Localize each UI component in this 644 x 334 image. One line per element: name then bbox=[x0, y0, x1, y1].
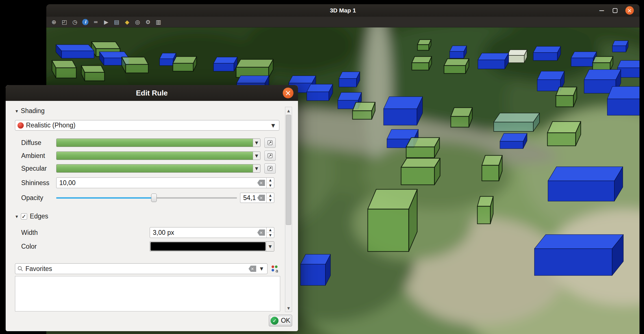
spin-down-icon[interactable]: ▼ bbox=[267, 183, 274, 188]
edges-section-label: Edges bbox=[30, 212, 48, 220]
animation-icon[interactable]: ◷ bbox=[71, 18, 79, 26]
shininess-label: Shininess bbox=[21, 177, 49, 188]
edge-color-button[interactable]: ▼ bbox=[150, 241, 274, 251]
edge-color-label: Color bbox=[21, 241, 37, 251]
opacity-spinbox[interactable]: 54,1 × ▲▼ bbox=[240, 193, 274, 203]
shading-section-label: Shading bbox=[21, 107, 45, 115]
close-icon[interactable]: × bbox=[625, 6, 634, 15]
chevron-down-icon[interactable]: ▼ bbox=[253, 152, 260, 160]
specular-color-button[interactable]: ▼ bbox=[56, 164, 260, 173]
diffuse-color-button[interactable]: ▼ bbox=[56, 138, 260, 147]
phong-sphere-icon bbox=[18, 122, 24, 129]
svg-text:a: a bbox=[275, 268, 278, 274]
ambient-color-swatch bbox=[56, 152, 253, 160]
effects-icon[interactable]: ◎ bbox=[133, 18, 142, 26]
minimize-icon[interactable]: − bbox=[599, 9, 605, 12]
collapse-caret-icon: ▾ bbox=[16, 108, 18, 114]
ok-button[interactable]: ✓ OK bbox=[269, 315, 292, 326]
specular-data-defined-override-button[interactable] bbox=[264, 163, 276, 173]
diffuse-color-swatch bbox=[56, 139, 253, 147]
maximize-icon[interactable] bbox=[613, 8, 617, 13]
collapse-caret-icon: ▾ bbox=[16, 214, 18, 219]
window-title: 3D Map 1 bbox=[330, 7, 356, 14]
shading-section-header[interactable]: ▾ Shading bbox=[16, 107, 45, 115]
edge-width-label: Width bbox=[21, 227, 38, 238]
opacity-label: Opacity bbox=[21, 193, 43, 203]
edge-width-spinbox[interactable]: 3,00 px × ▲▼ bbox=[150, 227, 274, 238]
favorites-filter-value[interactable]: Favorites bbox=[24, 265, 247, 273]
ambient-label: Ambient bbox=[21, 151, 45, 160]
save-scene-icon[interactable]: ▤ bbox=[112, 18, 121, 26]
shininess-value[interactable]: 10,00 bbox=[56, 178, 256, 188]
zoom-full-icon[interactable]: ◰ bbox=[60, 18, 69, 26]
scroll-up-icon[interactable]: ▲ bbox=[285, 107, 292, 114]
opacity-slider-handle[interactable] bbox=[151, 194, 157, 202]
options-icon[interactable]: ▥ bbox=[154, 18, 163, 26]
edit-rule-dialog: Edit Rule × ▾ Shading Realistic (Phong) … bbox=[6, 85, 298, 331]
scrollbar-thumb[interactable] bbox=[286, 115, 291, 225]
specular-color-swatch bbox=[56, 164, 253, 172]
edge-color-swatch bbox=[151, 242, 266, 251]
camera-control-icon[interactable]: ⊕ bbox=[50, 18, 58, 26]
ok-check-icon: ✓ bbox=[271, 317, 279, 325]
specular-label: Specular bbox=[21, 164, 47, 173]
search-icon bbox=[17, 265, 24, 272]
spin-buttons[interactable]: ▲▼ bbox=[266, 193, 274, 203]
clear-field-icon[interactable]: × bbox=[257, 195, 265, 201]
scroll-down-icon[interactable]: ▼ bbox=[285, 305, 292, 312]
window-titlebar[interactable]: 3D Map 1 − × bbox=[46, 4, 639, 17]
edges-checkbox[interactable]: ✓ bbox=[21, 213, 27, 220]
chevron-down-icon[interactable]: ▼ bbox=[253, 139, 260, 147]
map-toolbar: ⊕◰◷i═▶▤◆◎⚙▥ bbox=[46, 17, 639, 27]
style-manager-icon: a bbox=[271, 264, 280, 274]
spin-up-icon[interactable]: ▲ bbox=[267, 227, 274, 233]
override-icon bbox=[267, 165, 273, 172]
diffuse-data-defined-override-button[interactable] bbox=[264, 138, 276, 148]
style-manager-button[interactable]: a bbox=[271, 264, 280, 274]
spin-down-icon[interactable]: ▼ bbox=[267, 233, 274, 238]
override-icon bbox=[267, 140, 273, 146]
dialog-close-icon[interactable]: × bbox=[283, 88, 293, 98]
shininess-spinbox[interactable]: 10,00 × ▲▼ bbox=[56, 177, 274, 188]
check-icon: ✓ bbox=[21, 213, 26, 220]
spin-down-icon[interactable]: ▼ bbox=[267, 198, 274, 203]
spin-up-icon[interactable]: ▲ bbox=[267, 178, 274, 183]
spin-buttons[interactable]: ▲▼ bbox=[266, 227, 274, 238]
opacity-slider-fill bbox=[56, 197, 154, 199]
shading-style-combobox[interactable]: Realistic (Phong) ▼ bbox=[15, 120, 279, 131]
clear-field-icon[interactable]: × bbox=[257, 180, 265, 186]
chevron-down-icon[interactable]: ▼ bbox=[253, 164, 260, 172]
opacity-slider[interactable] bbox=[56, 193, 237, 203]
opacity-value[interactable]: 54,1 bbox=[240, 193, 256, 203]
ok-button-label: OK bbox=[281, 317, 290, 324]
clear-field-icon[interactable]: × bbox=[257, 229, 265, 236]
ambient-color-button[interactable]: ▼ bbox=[56, 151, 260, 160]
dialog-body: ▾ Shading Realistic (Phong) ▼ Diffuse ▼ … bbox=[6, 101, 298, 331]
shading-style-value: Realistic (Phong) bbox=[24, 122, 269, 129]
override-icon bbox=[267, 153, 273, 159]
spin-up-icon[interactable]: ▲ bbox=[267, 193, 274, 198]
ambient-data-defined-override-button[interactable] bbox=[264, 151, 276, 161]
play-animation-icon[interactable]: ▶ bbox=[102, 18, 110, 26]
symbol-list[interactable] bbox=[15, 276, 280, 311]
favorites-filter-combobox[interactable]: Favorites × ▼ bbox=[15, 263, 267, 274]
spin-buttons[interactable]: ▲▼ bbox=[266, 178, 274, 188]
window-controls: − × bbox=[599, 4, 634, 17]
dialog-title: Edit Rule bbox=[136, 89, 168, 97]
configure-icon[interactable]: ⚙ bbox=[144, 18, 152, 26]
dialog-scrollbar[interactable]: ▲ ▼ bbox=[285, 107, 292, 312]
measure-line-icon[interactable]: ═ bbox=[92, 18, 100, 26]
dialog-titlebar[interactable]: Edit Rule × bbox=[6, 85, 298, 101]
chevron-down-icon: ▼ bbox=[269, 123, 277, 128]
clear-field-icon[interactable]: × bbox=[249, 266, 256, 272]
identify-icon[interactable]: i bbox=[82, 19, 88, 25]
edge-width-value[interactable]: 3,00 px bbox=[150, 227, 256, 238]
edges-section-header[interactable]: ▾ ✓ Edges bbox=[16, 212, 48, 220]
export-3d-icon[interactable]: ◆ bbox=[123, 18, 131, 26]
chevron-down-icon[interactable]: ▼ bbox=[258, 266, 266, 271]
diffuse-label: Diffuse bbox=[21, 138, 41, 147]
chevron-down-icon[interactable]: ▼ bbox=[266, 242, 274, 251]
